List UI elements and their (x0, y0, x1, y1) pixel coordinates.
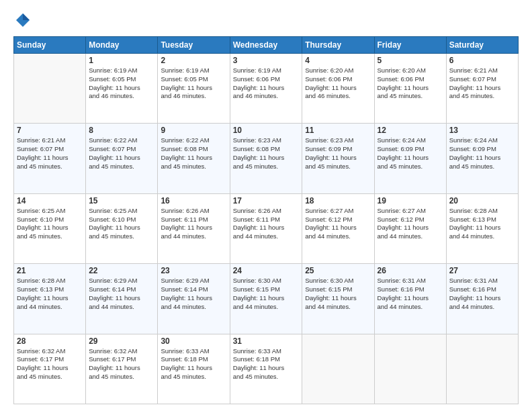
day-number: 4 (305, 56, 371, 65)
page: SundayMondayTuesdayWednesdayThursdayFrid… (0, 0, 532, 411)
day-cell: 25Sunrise: 6:30 AMSunset: 6:15 PMDayligh… (302, 264, 374, 334)
day-number: 21 (17, 266, 83, 275)
day-number: 14 (17, 196, 83, 205)
day-cell: 26Sunrise: 6:31 AMSunset: 6:16 PMDayligh… (374, 264, 446, 334)
header-row: SundayMondayTuesdayWednesdayThursdayFrid… (14, 37, 519, 54)
week-row-4: 28Sunrise: 6:32 AMSunset: 6:17 PMDayligh… (14, 334, 519, 404)
day-info: Sunrise: 6:32 AMSunset: 6:17 PMDaylight:… (89, 347, 154, 381)
day-number: 9 (161, 126, 226, 135)
day-number: 3 (233, 56, 300, 65)
day-cell: 12Sunrise: 6:24 AMSunset: 6:09 PMDayligh… (374, 124, 446, 193)
day-cell: 14Sunrise: 6:25 AMSunset: 6:10 PMDayligh… (14, 193, 86, 263)
day-cell: 22Sunrise: 6:29 AMSunset: 6:14 PMDayligh… (86, 264, 158, 334)
day-cell: 7Sunrise: 6:21 AMSunset: 6:07 PMDaylight… (14, 124, 86, 193)
day-info: Sunrise: 6:29 AMSunset: 6:14 PMDaylight:… (161, 277, 226, 311)
day-cell: 24Sunrise: 6:30 AMSunset: 6:15 PMDayligh… (230, 264, 302, 334)
day-cell: 16Sunrise: 6:26 AMSunset: 6:11 PMDayligh… (158, 193, 230, 263)
day-info: Sunrise: 6:31 AMSunset: 6:16 PMDaylight:… (449, 277, 515, 311)
day-number: 17 (233, 196, 300, 205)
day-cell: 28Sunrise: 6:32 AMSunset: 6:17 PMDayligh… (14, 334, 86, 404)
day-number: 13 (449, 126, 515, 135)
day-number: 22 (89, 266, 154, 275)
day-number: 20 (449, 196, 515, 205)
day-number: 24 (233, 266, 300, 275)
day-info: Sunrise: 6:29 AMSunset: 6:14 PMDaylight:… (89, 277, 154, 311)
day-info: Sunrise: 6:26 AMSunset: 6:11 PMDaylight:… (233, 207, 300, 241)
day-info: Sunrise: 6:19 AMSunset: 6:05 PMDaylight:… (161, 66, 226, 101)
day-cell: 8Sunrise: 6:22 AMSunset: 6:07 PMDaylight… (86, 124, 158, 193)
day-number: 7 (17, 126, 83, 135)
day-number: 26 (378, 266, 443, 275)
day-header-thursday: Thursday (302, 37, 374, 54)
day-number: 30 (161, 336, 226, 346)
day-number: 25 (305, 266, 371, 275)
day-cell (446, 334, 518, 404)
day-info: Sunrise: 6:32 AMSunset: 6:17 PMDaylight:… (17, 347, 83, 381)
day-info: Sunrise: 6:21 AMSunset: 6:07 PMDaylight:… (17, 136, 83, 171)
day-cell: 17Sunrise: 6:26 AMSunset: 6:11 PMDayligh… (230, 193, 302, 263)
day-info: Sunrise: 6:23 AMSunset: 6:09 PMDaylight:… (305, 136, 371, 171)
day-info: Sunrise: 6:25 AMSunset: 6:10 PMDaylight:… (89, 207, 154, 241)
header (13, 11, 519, 30)
day-number: 5 (378, 56, 443, 65)
week-row-2: 14Sunrise: 6:25 AMSunset: 6:10 PMDayligh… (14, 193, 519, 263)
day-info: Sunrise: 6:33 AMSunset: 6:18 PMDaylight:… (161, 347, 226, 381)
day-cell: 9Sunrise: 6:22 AMSunset: 6:08 PMDaylight… (158, 124, 230, 193)
day-cell: 10Sunrise: 6:23 AMSunset: 6:08 PMDayligh… (230, 124, 302, 193)
day-info: Sunrise: 6:24 AMSunset: 6:09 PMDaylight:… (449, 136, 515, 171)
day-header-wednesday: Wednesday (230, 37, 302, 54)
day-number: 1 (89, 56, 154, 65)
day-cell: 15Sunrise: 6:25 AMSunset: 6:10 PMDayligh… (86, 193, 158, 263)
day-cell: 29Sunrise: 6:32 AMSunset: 6:17 PMDayligh… (86, 334, 158, 404)
day-info: Sunrise: 6:22 AMSunset: 6:07 PMDaylight:… (89, 136, 154, 171)
day-info: Sunrise: 6:27 AMSunset: 6:12 PMDaylight:… (378, 207, 443, 241)
day-info: Sunrise: 6:24 AMSunset: 6:09 PMDaylight:… (378, 136, 443, 171)
day-cell: 1Sunrise: 6:19 AMSunset: 6:05 PMDaylight… (86, 54, 158, 124)
day-cell: 3Sunrise: 6:19 AMSunset: 6:06 PMDaylight… (230, 54, 302, 124)
day-info: Sunrise: 6:27 AMSunset: 6:12 PMDaylight:… (305, 207, 371, 241)
day-number: 12 (378, 126, 443, 135)
logo-icon (13, 11, 32, 30)
day-cell: 13Sunrise: 6:24 AMSunset: 6:09 PMDayligh… (446, 124, 518, 193)
week-row-0: 1Sunrise: 6:19 AMSunset: 6:05 PMDaylight… (14, 54, 519, 124)
day-number: 10 (233, 126, 300, 135)
day-info: Sunrise: 6:26 AMSunset: 6:11 PMDaylight:… (161, 207, 226, 241)
day-cell: 4Sunrise: 6:20 AMSunset: 6:06 PMDaylight… (302, 54, 374, 124)
day-number: 15 (89, 196, 154, 205)
day-number: 28 (17, 336, 83, 346)
day-info: Sunrise: 6:23 AMSunset: 6:08 PMDaylight:… (233, 136, 300, 171)
day-cell: 27Sunrise: 6:31 AMSunset: 6:16 PMDayligh… (446, 264, 518, 334)
day-info: Sunrise: 6:33 AMSunset: 6:18 PMDaylight:… (233, 347, 300, 381)
day-cell: 5Sunrise: 6:20 AMSunset: 6:06 PMDaylight… (374, 54, 446, 124)
day-number: 19 (378, 196, 443, 205)
day-info: Sunrise: 6:25 AMSunset: 6:10 PMDaylight:… (17, 207, 83, 241)
day-cell: 30Sunrise: 6:33 AMSunset: 6:18 PMDayligh… (158, 334, 230, 404)
day-cell (302, 334, 374, 404)
day-number: 6 (449, 56, 515, 65)
week-row-3: 21Sunrise: 6:28 AMSunset: 6:13 PMDayligh… (14, 264, 519, 334)
calendar-table: SundayMondayTuesdayWednesdayThursdayFrid… (13, 36, 519, 404)
day-cell: 20Sunrise: 6:28 AMSunset: 6:13 PMDayligh… (446, 193, 518, 263)
day-info: Sunrise: 6:22 AMSunset: 6:08 PMDaylight:… (161, 136, 226, 171)
day-number: 31 (233, 336, 300, 346)
day-info: Sunrise: 6:30 AMSunset: 6:15 PMDaylight:… (305, 277, 371, 311)
day-header-tuesday: Tuesday (158, 37, 230, 54)
day-info: Sunrise: 6:21 AMSunset: 6:07 PMDaylight:… (449, 66, 515, 101)
day-number: 23 (161, 266, 226, 275)
day-cell: 23Sunrise: 6:29 AMSunset: 6:14 PMDayligh… (158, 264, 230, 334)
day-header-friday: Friday (374, 37, 446, 54)
day-cell: 21Sunrise: 6:28 AMSunset: 6:13 PMDayligh… (14, 264, 86, 334)
svg-marker-1 (23, 13, 30, 20)
day-info: Sunrise: 6:19 AMSunset: 6:05 PMDaylight:… (89, 66, 154, 101)
day-cell: 19Sunrise: 6:27 AMSunset: 6:12 PMDayligh… (374, 193, 446, 263)
day-info: Sunrise: 6:31 AMSunset: 6:16 PMDaylight:… (378, 277, 443, 311)
day-info: Sunrise: 6:19 AMSunset: 6:06 PMDaylight:… (233, 66, 300, 101)
day-number: 18 (305, 196, 371, 205)
day-cell (374, 334, 446, 404)
day-number: 29 (89, 336, 154, 346)
day-cell: 11Sunrise: 6:23 AMSunset: 6:09 PMDayligh… (302, 124, 374, 193)
day-number: 8 (89, 126, 154, 135)
day-number: 2 (161, 56, 226, 65)
day-info: Sunrise: 6:20 AMSunset: 6:06 PMDaylight:… (378, 66, 443, 101)
day-info: Sunrise: 6:28 AMSunset: 6:13 PMDaylight:… (449, 207, 515, 241)
